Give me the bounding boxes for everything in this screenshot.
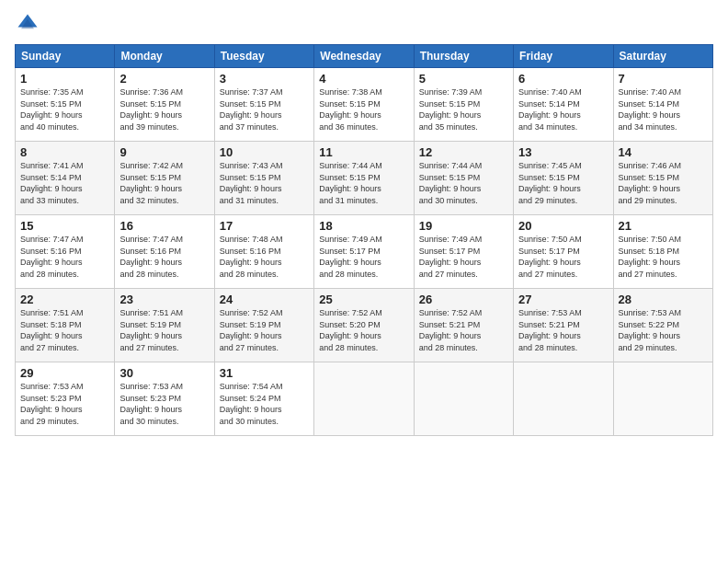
calendar-cell: 9 Sunrise: 7:42 AM Sunset: 5:15 PM Dayli… [115,142,214,215]
day-number: 29 [20,366,109,380]
logo [15,11,42,37]
calendar-week-row: 8 Sunrise: 7:41 AM Sunset: 5:14 PM Dayli… [16,142,713,215]
day-info: Sunrise: 7:53 AM Sunset: 5:22 PM Dayligh… [619,307,708,353]
weekday-header: Friday [514,45,613,68]
calendar-cell: 21 Sunrise: 7:50 AM Sunset: 5:18 PM Dayl… [613,215,712,289]
calendar-body: 1 Sunrise: 7:35 AM Sunset: 5:15 PM Dayli… [16,68,713,436]
header [15,11,713,37]
calendar-cell: 15 Sunrise: 7:47 AM Sunset: 5:16 PM Dayl… [16,215,115,289]
day-number: 10 [220,145,309,159]
calendar-cell: 14 Sunrise: 7:46 AM Sunset: 5:15 PM Dayl… [613,142,712,215]
calendar-cell: 16 Sunrise: 7:47 AM Sunset: 5:16 PM Dayl… [115,215,214,289]
calendar-cell: 7 Sunrise: 7:40 AM Sunset: 5:14 PM Dayli… [613,68,712,142]
day-number: 31 [220,366,309,380]
calendar-cell: 12 Sunrise: 7:44 AM Sunset: 5:15 PM Dayl… [414,142,513,215]
day-info: Sunrise: 7:47 AM Sunset: 5:16 PM Dayligh… [119,234,209,280]
calendar-cell: 24 Sunrise: 7:52 AM Sunset: 5:19 PM Dayl… [214,289,313,362]
day-number: 6 [518,72,608,86]
day-info: Sunrise: 7:47 AM Sunset: 5:16 PM Dayligh… [20,234,109,280]
calendar-cell: 4 Sunrise: 7:38 AM Sunset: 5:15 PM Dayli… [314,68,414,142]
calendar-cell: 13 Sunrise: 7:45 AM Sunset: 5:15 PM Dayl… [514,142,613,215]
day-number: 23 [119,293,209,306]
day-number: 3 [220,72,309,86]
calendar-cell: 1 Sunrise: 7:35 AM Sunset: 5:15 PM Dayli… [16,68,115,142]
day-number: 17 [220,219,309,233]
calendar-cell: 19 Sunrise: 7:49 AM Sunset: 5:17 PM Dayl… [414,215,513,289]
calendar-cell [314,362,414,436]
calendar-page: SundayMondayTuesdayWednesdayThursdayFrid… [0,0,728,563]
day-number: 9 [119,145,209,159]
day-info: Sunrise: 7:48 AM Sunset: 5:16 PM Dayligh… [220,234,309,280]
weekday-header: Sunday [16,45,115,68]
day-info: Sunrise: 7:49 AM Sunset: 5:17 PM Dayligh… [319,234,408,280]
day-info: Sunrise: 7:38 AM Sunset: 5:15 PM Dayligh… [319,86,408,132]
day-number: 26 [419,293,508,306]
calendar-cell: 8 Sunrise: 7:41 AM Sunset: 5:14 PM Dayli… [16,142,115,215]
calendar-cell: 5 Sunrise: 7:39 AM Sunset: 5:15 PM Dayli… [414,68,513,142]
day-number: 12 [419,145,508,159]
day-info: Sunrise: 7:53 AM Sunset: 5:21 PM Dayligh… [518,307,608,353]
day-info: Sunrise: 7:41 AM Sunset: 5:14 PM Dayligh… [20,160,109,206]
calendar-week-row: 15 Sunrise: 7:47 AM Sunset: 5:16 PM Dayl… [16,215,713,289]
calendar-cell: 6 Sunrise: 7:40 AM Sunset: 5:14 PM Dayli… [514,68,613,142]
day-info: Sunrise: 7:53 AM Sunset: 5:23 PM Dayligh… [20,381,109,427]
calendar-cell [514,362,613,436]
calendar-cell: 3 Sunrise: 7:37 AM Sunset: 5:15 PM Dayli… [214,68,313,142]
calendar-cell: 25 Sunrise: 7:52 AM Sunset: 5:20 PM Dayl… [314,289,414,362]
day-info: Sunrise: 7:50 AM Sunset: 5:17 PM Dayligh… [518,234,608,280]
day-info: Sunrise: 7:54 AM Sunset: 5:24 PM Dayligh… [220,381,309,427]
day-number: 28 [619,293,708,306]
weekday-header: Tuesday [214,45,313,68]
day-number: 2 [119,72,209,86]
calendar-week-row: 22 Sunrise: 7:51 AM Sunset: 5:18 PM Dayl… [16,289,713,362]
calendar-cell: 2 Sunrise: 7:36 AM Sunset: 5:15 PM Dayli… [115,68,214,142]
day-number: 15 [20,219,109,233]
calendar-cell: 10 Sunrise: 7:43 AM Sunset: 5:15 PM Dayl… [214,142,313,215]
day-number: 16 [119,219,209,233]
day-number: 5 [419,72,508,86]
day-info: Sunrise: 7:42 AM Sunset: 5:15 PM Dayligh… [119,160,209,206]
calendar-cell: 18 Sunrise: 7:49 AM Sunset: 5:17 PM Dayl… [314,215,414,289]
calendar-week-row: 1 Sunrise: 7:35 AM Sunset: 5:15 PM Dayli… [16,68,713,142]
day-info: Sunrise: 7:35 AM Sunset: 5:15 PM Dayligh… [20,86,109,132]
day-info: Sunrise: 7:51 AM Sunset: 5:18 PM Dayligh… [20,307,109,353]
day-info: Sunrise: 7:52 AM Sunset: 5:20 PM Dayligh… [319,307,408,353]
calendar-cell: 11 Sunrise: 7:44 AM Sunset: 5:15 PM Dayl… [314,142,414,215]
calendar-cell: 29 Sunrise: 7:53 AM Sunset: 5:23 PM Dayl… [16,362,115,436]
day-info: Sunrise: 7:44 AM Sunset: 5:15 PM Dayligh… [319,160,408,206]
calendar-cell: 22 Sunrise: 7:51 AM Sunset: 5:18 PM Dayl… [16,289,115,362]
logo-icon [15,11,40,37]
calendar-cell: 20 Sunrise: 7:50 AM Sunset: 5:17 PM Dayl… [514,215,613,289]
day-info: Sunrise: 7:45 AM Sunset: 5:15 PM Dayligh… [518,160,608,206]
day-number: 7 [619,72,708,86]
calendar-cell: 27 Sunrise: 7:53 AM Sunset: 5:21 PM Dayl… [514,289,613,362]
day-info: Sunrise: 7:36 AM Sunset: 5:15 PM Dayligh… [119,86,209,132]
day-info: Sunrise: 7:51 AM Sunset: 5:19 PM Dayligh… [119,307,209,353]
day-number: 30 [119,366,209,380]
day-info: Sunrise: 7:43 AM Sunset: 5:15 PM Dayligh… [220,160,309,206]
day-number: 14 [619,145,708,159]
calendar-cell [414,362,513,436]
calendar-cell: 30 Sunrise: 7:53 AM Sunset: 5:23 PM Dayl… [115,362,214,436]
day-number: 22 [20,293,109,306]
day-number: 25 [319,293,408,306]
calendar-cell: 17 Sunrise: 7:48 AM Sunset: 5:16 PM Dayl… [214,215,313,289]
day-info: Sunrise: 7:49 AM Sunset: 5:17 PM Dayligh… [419,234,508,280]
weekday-header: Wednesday [314,45,414,68]
day-number: 1 [20,72,109,86]
calendar-table: SundayMondayTuesdayWednesdayThursdayFrid… [15,44,713,436]
day-number: 19 [419,219,508,233]
day-info: Sunrise: 7:52 AM Sunset: 5:21 PM Dayligh… [419,307,508,353]
calendar-cell: 23 Sunrise: 7:51 AM Sunset: 5:19 PM Dayl… [115,289,214,362]
day-number: 24 [220,293,309,306]
weekday-header: Thursday [414,45,513,68]
day-info: Sunrise: 7:52 AM Sunset: 5:19 PM Dayligh… [220,307,309,353]
day-info: Sunrise: 7:40 AM Sunset: 5:14 PM Dayligh… [619,86,708,132]
day-info: Sunrise: 7:44 AM Sunset: 5:15 PM Dayligh… [419,160,508,206]
day-number: 21 [619,219,708,233]
day-info: Sunrise: 7:46 AM Sunset: 5:15 PM Dayligh… [619,160,708,206]
day-number: 20 [518,219,608,233]
weekday-header: Saturday [613,45,712,68]
day-info: Sunrise: 7:53 AM Sunset: 5:23 PM Dayligh… [119,381,209,427]
weekday-header: Monday [115,45,214,68]
